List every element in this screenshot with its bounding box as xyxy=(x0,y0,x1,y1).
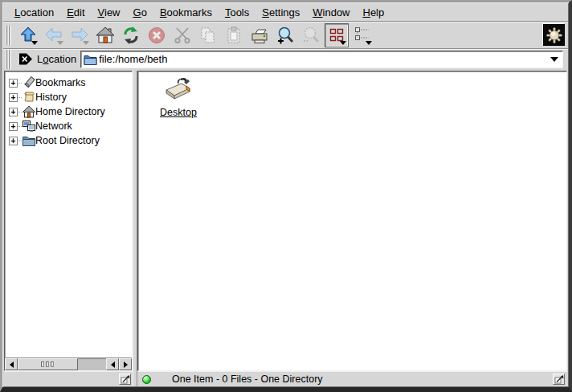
scroll-left-button[interactable] xyxy=(5,358,18,370)
sidebar-item-label[interactable]: Bookmarks xyxy=(35,77,86,88)
sidebar-item-bookmarks[interactable]: + Bookmarks xyxy=(5,76,132,90)
thumb-grip xyxy=(51,361,54,367)
zoom-out-button[interactable] xyxy=(299,23,323,47)
menu-bookmarks[interactable]: Bookmarks xyxy=(153,5,219,20)
folder-icon xyxy=(84,53,97,65)
expander-icon[interactable]: + xyxy=(9,108,18,116)
location-label: Location xyxy=(37,53,76,65)
up-dropdown-arrow-icon[interactable] xyxy=(31,41,38,45)
thumb-grip xyxy=(46,361,49,367)
menu-help[interactable]: Help xyxy=(357,5,391,20)
home-icon xyxy=(96,26,115,45)
file-item-desktop[interactable]: Desktop xyxy=(149,76,207,118)
clear-location-button[interactable] xyxy=(18,53,33,65)
expander-icon[interactable]: + xyxy=(9,79,18,88)
clear-location-icon xyxy=(18,53,33,65)
sidebar-item-label[interactable]: Network xyxy=(35,120,72,132)
folder-icon xyxy=(22,134,35,147)
desktop-folder-icon[interactable] xyxy=(163,76,194,104)
sidebar-tree: + Bookmarks + History + Home Directory + xyxy=(4,71,133,371)
print-icon xyxy=(250,26,269,45)
file-label[interactable]: Desktop xyxy=(160,107,197,118)
toolbar-drag-handle[interactable] xyxy=(6,26,11,45)
status-text: One Item - 0 Files - One Directory xyxy=(172,374,323,385)
reload-icon xyxy=(121,26,141,45)
menu-go[interactable]: Go xyxy=(127,5,153,20)
scrollbar-track[interactable] xyxy=(18,358,106,370)
copy-icon xyxy=(198,26,218,45)
cut-scissors-icon xyxy=(173,26,192,45)
expander-icon[interactable]: + xyxy=(9,93,18,102)
main-toolbar xyxy=(3,22,568,49)
sidebar-item-root-directory[interactable]: + Root Directory xyxy=(5,133,132,148)
resize-grip-icon xyxy=(121,374,130,384)
sidebar-statusbar xyxy=(4,371,133,386)
sidebar-item-label[interactable]: Root Directory xyxy=(35,135,100,146)
paste-button[interactable] xyxy=(222,23,246,47)
menu-bar: Location Edit View Go Bookmarks Tools Se… xyxy=(3,3,568,22)
location-dropdown-button[interactable] xyxy=(548,52,561,67)
print-button[interactable] xyxy=(247,23,272,47)
zoom-in-icon xyxy=(276,26,295,45)
icon-view-button[interactable] xyxy=(325,23,349,47)
scroll-left-button-2[interactable] xyxy=(106,358,119,370)
stop-icon xyxy=(147,26,166,45)
location-input[interactable] xyxy=(97,53,548,65)
location-toolbar-drag-handle[interactable] xyxy=(6,50,11,69)
paste-icon xyxy=(224,26,243,45)
cut-button[interactable] xyxy=(170,23,194,47)
triangle-left-icon xyxy=(10,361,14,368)
stop-button[interactable] xyxy=(145,23,169,47)
location-combobox[interactable] xyxy=(80,51,563,68)
bookmarks-icon xyxy=(22,76,35,89)
scrollbar-thumb[interactable] xyxy=(18,358,78,370)
back-button[interactable] xyxy=(42,23,66,47)
home-icon xyxy=(22,105,35,118)
menu-tools[interactable]: Tools xyxy=(219,5,255,20)
triangle-left-icon xyxy=(111,361,115,368)
triangle-right-icon xyxy=(124,361,128,368)
menu-window[interactable]: Window xyxy=(306,5,356,20)
sidebar-item-network[interactable]: + Network xyxy=(5,119,132,133)
menu-view[interactable]: View xyxy=(92,5,127,20)
window-resize-grip[interactable] xyxy=(553,374,565,385)
scroll-right-button[interactable] xyxy=(119,358,132,370)
menu-settings[interactable]: Settings xyxy=(255,5,306,20)
menu-location[interactable]: Location xyxy=(8,5,60,20)
tree-view-button[interactable] xyxy=(350,23,374,47)
thumb-grip xyxy=(41,361,44,367)
resize-grip-icon xyxy=(554,374,564,384)
status-led-icon xyxy=(142,375,151,384)
chevron-down-icon xyxy=(550,57,558,62)
statusbar: One Item - 0 Files - One Directory xyxy=(137,371,567,386)
konqueror-window: Location Edit View Go Bookmarks Tools Se… xyxy=(0,0,572,392)
location-toolbar: Location xyxy=(3,49,568,70)
kde-gear-throbber xyxy=(543,24,565,46)
sidebar: + Bookmarks + History + Home Directory + xyxy=(4,71,133,386)
sidebar-resize-grip[interactable] xyxy=(119,374,131,385)
home-button[interactable] xyxy=(93,23,117,47)
icon-view-area[interactable]: Desktop xyxy=(137,71,567,371)
up-button[interactable] xyxy=(16,23,40,47)
expander-icon[interactable]: + xyxy=(9,122,18,131)
zoom-in-button[interactable] xyxy=(273,23,297,47)
sidebar-item-home-directory[interactable]: + Home Directory xyxy=(5,104,132,119)
reload-button[interactable] xyxy=(119,23,143,47)
expander-icon[interactable]: + xyxy=(9,137,18,145)
sidebar-horizontal-scrollbar[interactable] xyxy=(5,357,132,370)
sidebar-item-label[interactable]: History xyxy=(35,92,67,103)
content-area: + Bookmarks + History + Home Directory + xyxy=(3,70,568,386)
zoom-out-icon xyxy=(301,26,321,45)
main-column: Desktop One Item - 0 Files - One Directo… xyxy=(137,71,567,386)
copy-button[interactable] xyxy=(196,23,220,47)
tree-empty-space xyxy=(5,148,132,357)
sidebar-item-label[interactable]: Home Directory xyxy=(35,106,105,117)
menu-edit[interactable]: Edit xyxy=(60,5,91,20)
forward-button[interactable] xyxy=(67,23,92,47)
forward-dropdown-arrow-icon xyxy=(83,41,89,45)
icon-view-dropdown-arrow-icon[interactable] xyxy=(340,41,346,45)
history-icon xyxy=(22,91,35,104)
back-dropdown-arrow-icon xyxy=(57,41,63,45)
sidebar-item-history[interactable]: + History xyxy=(5,90,132,104)
tree-view-dropdown-arrow-icon[interactable] xyxy=(366,41,372,45)
